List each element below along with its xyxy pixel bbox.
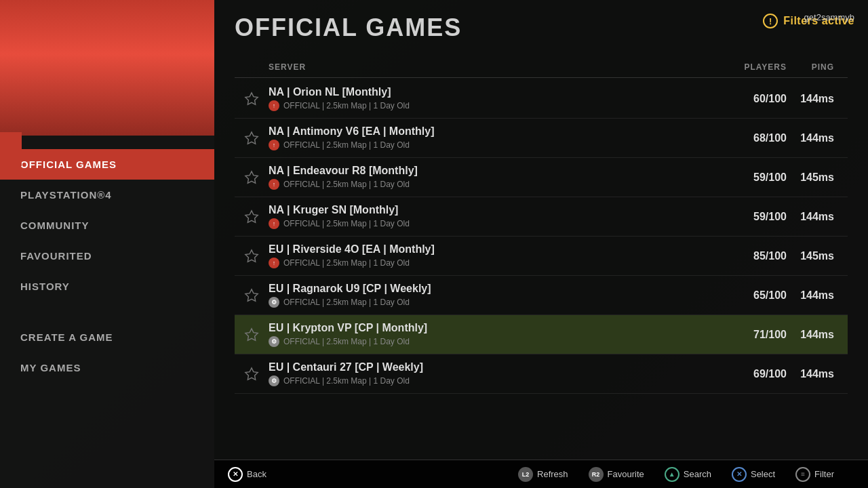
l2-icon: L2 — [518, 467, 533, 482]
server-meta-text-4: OFFICIAL | 2.5km Map | 1 Day Old — [283, 258, 410, 268]
server-players-0: 60/100 — [712, 93, 787, 105]
server-badge-4: ↑ — [269, 258, 279, 268]
server-meta-text-3: OFFICIAL | 2.5km Map | 1 Day Old — [283, 219, 410, 228]
main-content: get2sammyb OFFICIAL GAMES ! Filters acti… — [214, 0, 868, 488]
server-info-3: NA | Kruger SN [Monthly]↑OFFICIAL | 2.5k… — [269, 204, 712, 229]
select-label: Select — [751, 469, 775, 479]
col-header-players: PLAYERS — [712, 62, 787, 72]
svg-marker-2 — [245, 171, 258, 182]
refresh-action[interactable]: L2 Refresh — [518, 467, 568, 482]
svg-marker-6 — [245, 328, 258, 340]
server-name-3: NA | Kruger SN [Monthly] — [269, 204, 712, 216]
server-badge-2: ↑ — [269, 179, 279, 190]
server-ping-3: 144ms — [787, 211, 848, 223]
server-players-7: 69/100 — [712, 368, 787, 380]
server-info-5: EU | Ragnarok U9 [CP | Weekly]⚙OFFICIAL … — [269, 283, 712, 308]
server-players-5: 65/100 — [712, 289, 787, 302]
sidebar-item-favourited[interactable]: FAVOURITED — [0, 241, 214, 271]
sidebar-item-my-games[interactable]: MY GAMES — [0, 352, 214, 383]
server-ping-6: 144ms — [787, 329, 848, 341]
table-row[interactable]: NA | Kruger SN [Monthly]↑OFFICIAL | 2.5k… — [235, 197, 848, 237]
server-ping-1: 144ms — [787, 132, 848, 144]
server-badge-0: ↑ — [269, 100, 279, 111]
svg-marker-5 — [245, 289, 258, 300]
server-info-7: EU | Centauri 27 [CP | Weekly]⚙OFFICIAL … — [269, 361, 712, 386]
table-row[interactable]: NA | Endeavour R8 [Monthly]↑OFFICIAL | 2… — [235, 158, 848, 197]
svg-marker-4 — [245, 249, 258, 261]
sidebar-bottom: OFFICIAL GAMESPLAYSTATION®4COMMUNITYFAVO… — [0, 136, 214, 488]
sidebar-item-official-games[interactable]: OFFICIAL GAMES — [0, 149, 214, 180]
filter-label: Filter — [814, 469, 834, 479]
cross-icon: ✕ — [732, 467, 747, 482]
server-badge-6: ⚙ — [269, 336, 279, 347]
server-ping-0: 144ms — [787, 93, 848, 105]
svg-marker-0 — [245, 92, 258, 104]
sidebar-item-playstation4[interactable]: PLAYSTATION®4 — [0, 180, 214, 210]
nav-divider — [0, 302, 214, 322]
server-info-2: NA | Endeavour R8 [Monthly]↑OFFICIAL | 2… — [269, 165, 712, 190]
server-meta-text-2: OFFICIAL | 2.5km Map | 1 Day Old — [283, 180, 410, 189]
server-meta-2: ↑OFFICIAL | 2.5km Map | 1 Day Old — [269, 179, 712, 190]
table-row[interactable]: EU | Riverside 4O [EA | Monthly]↑OFFICIA… — [235, 237, 848, 276]
server-info-1: NA | Antimony V6 [EA | Monthly]↑OFFICIAL… — [269, 125, 712, 150]
options-icon: ≡ — [795, 467, 810, 482]
favourite-star-3[interactable] — [235, 209, 269, 224]
username: get2sammyb — [804, 12, 854, 22]
table-row[interactable]: EU | Centauri 27 [CP | Weekly]⚙OFFICIAL … — [235, 354, 848, 394]
server-name-4: EU | Riverside 4O [EA | Monthly] — [269, 243, 712, 256]
server-name-0: NA | Orion NL [Monthly] — [269, 86, 712, 98]
server-meta-text-5: OFFICIAL | 2.5km Map | 1 Day Old — [283, 298, 410, 307]
server-ping-2: 145ms — [787, 171, 848, 184]
server-meta-3: ↑OFFICIAL | 2.5km Map | 1 Day Old — [269, 218, 712, 229]
server-meta-7: ⚙OFFICIAL | 2.5km Map | 1 Day Old — [269, 375, 712, 386]
favourite-star-7[interactable] — [235, 367, 269, 382]
server-list: NA | Orion NL [Monthly]↑OFFICIAL | 2.5km… — [235, 79, 848, 394]
server-meta-text-6: OFFICIAL | 2.5km Map | 1 Day Old — [283, 337, 410, 346]
favourite-star-1[interactable] — [235, 131, 269, 146]
select-action[interactable]: ✕ Select — [732, 467, 775, 482]
svg-marker-1 — [245, 131, 258, 143]
filter-warning-icon: ! — [763, 14, 778, 28]
table-row[interactable]: EU | Krypton VP [CP | Monthly]⚙OFFICIAL … — [235, 315, 848, 354]
server-players-1: 68/100 — [712, 132, 787, 144]
server-badge-7: ⚙ — [269, 375, 279, 386]
server-name-7: EU | Centauri 27 [CP | Weekly] — [269, 361, 712, 373]
back-action[interactable]: ✕ Back — [228, 467, 267, 482]
table-row[interactable]: NA | Antimony V6 [EA | Monthly]↑OFFICIAL… — [235, 119, 848, 158]
server-meta-1: ↑OFFICIAL | 2.5km Map | 1 Day Old — [269, 140, 712, 150]
back-label: Back — [247, 469, 267, 479]
server-badge-5: ⚙ — [269, 297, 279, 308]
server-ping-5: 144ms — [787, 289, 848, 302]
server-meta-4: ↑OFFICIAL | 2.5km Map | 1 Day Old — [269, 258, 712, 268]
server-meta-text-7: OFFICIAL | 2.5km Map | 1 Day Old — [283, 376, 410, 386]
favourite-star-2[interactable] — [235, 170, 269, 185]
search-label: Search — [684, 469, 711, 479]
server-players-6: 71/100 — [712, 329, 787, 341]
favourite-star-5[interactable] — [235, 288, 269, 303]
server-info-6: EU | Krypton VP [CP | Monthly]⚙OFFICIAL … — [269, 322, 712, 347]
table-row[interactable]: NA | Orion NL [Monthly]↑OFFICIAL | 2.5km… — [235, 79, 848, 119]
filter-action[interactable]: ≡ Filter — [795, 467, 834, 482]
sidebar-item-create-a-game[interactable]: CREATE A GAME — [0, 322, 214, 352]
server-badge-1: ↑ — [269, 140, 279, 150]
server-name-6: EU | Krypton VP [CP | Monthly] — [269, 322, 712, 334]
sidebar-item-history[interactable]: HISTORY — [0, 271, 214, 302]
table-row[interactable]: EU | Ragnarok U9 [CP | Weekly]⚙OFFICIAL … — [235, 276, 848, 315]
server-meta-text-1: OFFICIAL | 2.5km Map | 1 Day Old — [283, 140, 410, 150]
r2-icon: R2 — [589, 467, 604, 482]
favourite-action[interactable]: R2 Favourite — [589, 467, 644, 482]
search-action[interactable]: ▲ Search — [665, 467, 711, 482]
page-title: OFFICIAL GAMES — [235, 14, 462, 42]
content-area: OFFICIAL GAMES ! Filters active SERVER P… — [214, 0, 868, 460]
server-players-4: 85/100 — [712, 250, 787, 262]
sidebar-top — [0, 0, 214, 136]
table-header: SERVER PLAYERS PING — [235, 57, 848, 78]
sidebar-item-community[interactable]: COMMUNITY — [0, 210, 214, 241]
sidebar-left-accent — [0, 132, 22, 166]
favourite-star-0[interactable] — [235, 92, 269, 106]
server-players-2: 59/100 — [712, 171, 787, 184]
col-header-ping: PING — [787, 62, 848, 72]
server-ping-7: 144ms — [787, 368, 848, 380]
favourite-star-4[interactable] — [235, 249, 269, 264]
favourite-star-6[interactable] — [235, 327, 269, 342]
